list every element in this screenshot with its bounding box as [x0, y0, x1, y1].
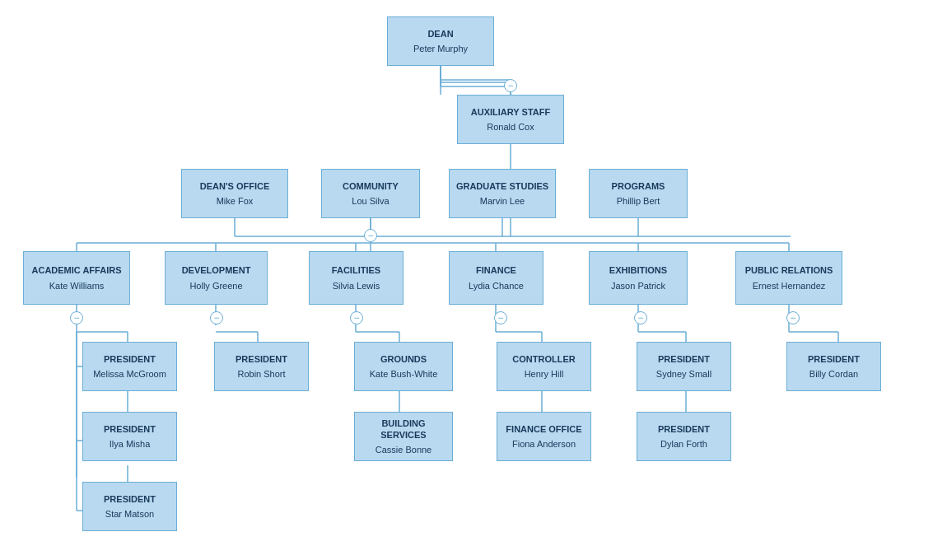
facilities-role: FACILITIES	[332, 264, 380, 276]
building-services-node: BUILDING SERVICES Cassie Bonne	[354, 412, 453, 461]
president-dylan-role: PRESIDENT	[658, 423, 710, 435]
finance-node: FINANCE Lydia Chance	[449, 251, 543, 305]
building-services-name: Cassie Bonne	[376, 444, 432, 455]
collapse-btn-3[interactable]: −	[70, 311, 83, 324]
president-melissa-role: PRESIDENT	[104, 353, 156, 365]
graduate-node: GRADUATE STUDIES Marvin Lee	[449, 169, 556, 218]
president-sydney-name: Sydney Small	[656, 368, 711, 380]
president-dylan-name: Dylan Forth	[660, 438, 707, 450]
community-name: Lou Silva	[352, 195, 389, 207]
president-melissa-name: Melissa McGroom	[93, 368, 166, 380]
programs-node: PROGRAMS Phillip Bert	[589, 169, 688, 218]
exhibitions-name: Jason Patrick	[611, 280, 665, 292]
academic-affairs-role: ACADEMIC AFFAIRS	[32, 264, 122, 276]
public-relations-name: Ernest Hernandez	[753, 280, 826, 292]
org-chart: DEAN Peter Murphy AUXILIARY STAFF Ronald…	[0, 0, 933, 49]
president-billy-node: PRESIDENT Billy Cordan	[786, 342, 881, 391]
deans-office-node: DEAN'S OFFICE Mike Fox	[181, 169, 288, 218]
controller-name: Henry Hill	[525, 368, 564, 380]
exhibitions-role: EXHIBITIONS	[609, 264, 667, 276]
community-role: COMMUNITY	[343, 180, 399, 192]
academic-affairs-name: Kate Williams	[49, 280, 105, 292]
collapse-btn-5[interactable]: −	[350, 311, 363, 324]
programs-role: PROGRAMS	[612, 180, 665, 192]
collapse-btn-4[interactable]: −	[210, 311, 223, 324]
graduate-name: Marvin Lee	[480, 195, 525, 207]
president-dylan-node: PRESIDENT Dylan Forth	[637, 412, 731, 461]
collapse-btn-1[interactable]: −	[504, 79, 517, 92]
collapse-btn-2[interactable]: −	[364, 229, 377, 242]
president-star-role: PRESIDENT	[104, 493, 156, 505]
auxiliary-name: Ronald Cox	[487, 121, 534, 133]
finance-role: FINANCE	[476, 264, 516, 276]
auxiliary-node: AUXILIARY STAFF Ronald Cox	[457, 95, 564, 144]
grounds-role: GROUNDS	[380, 353, 427, 365]
graduate-role: GRADUATE STUDIES	[456, 180, 548, 192]
collapse-btn-8[interactable]: −	[786, 311, 800, 324]
facilities-node: FACILITIES Silvia Lewis	[309, 251, 404, 305]
finance-office-name: Fiona Anderson	[512, 438, 576, 450]
public-relations-node: PUBLIC RELATIONS Ernest Hernandez	[735, 251, 842, 305]
president-billy-name: Billy Cordan	[809, 368, 858, 380]
finance-name: Lydia Chance	[469, 280, 524, 292]
president-melissa-node: PRESIDENT Melissa McGroom	[82, 342, 177, 391]
facilities-name: Silvia Lewis	[333, 280, 380, 292]
building-services-role: BUILDING SERVICES	[360, 418, 447, 441]
dean-node: DEAN Peter Murphy	[387, 16, 494, 66]
president-robin-node: PRESIDENT Robin Short	[214, 342, 309, 391]
deans-office-role: DEAN'S OFFICE	[200, 180, 270, 192]
president-star-node: PRESIDENT Star Matson	[82, 482, 177, 531]
programs-name: Phillip Bert	[617, 195, 660, 207]
academic-affairs-node: ACADEMIC AFFAIRS Kate Williams	[23, 251, 130, 305]
community-node: COMMUNITY Lou Silva	[321, 169, 420, 218]
development-name: Holly Greene	[189, 280, 242, 292]
controller-node: CONTROLLER Henry Hill	[497, 342, 591, 391]
auxiliary-role: AUXILIARY STAFF	[471, 106, 550, 118]
president-billy-role: PRESIDENT	[808, 353, 860, 365]
finance-office-node: FINANCE OFFICE Fiona Anderson	[497, 412, 591, 461]
development-role: DEVELOPMENT	[182, 264, 251, 276]
public-relations-role: PUBLIC RELATIONS	[745, 264, 833, 276]
collapse-btn-6[interactable]: −	[494, 311, 507, 324]
president-ilya-node: PRESIDENT Ilya Misha	[82, 412, 177, 461]
grounds-node: GROUNDS Kate Bush-White	[354, 342, 453, 391]
deans-office-name: Mike Fox	[217, 195, 254, 207]
president-robin-name: Robin Short	[237, 368, 285, 380]
dean-name: Peter Murphy	[413, 43, 468, 54]
controller-role: CONTROLLER	[512, 353, 575, 365]
development-node: DEVELOPMENT Holly Greene	[165, 251, 268, 305]
collapse-btn-7[interactable]: −	[634, 311, 647, 324]
president-star-name: Star Matson	[105, 508, 154, 520]
finance-office-role: FINANCE OFFICE	[506, 423, 581, 435]
president-ilya-name: Ilya Misha	[110, 438, 151, 450]
dean-role: DEAN	[427, 28, 453, 40]
president-robin-role: PRESIDENT	[236, 353, 287, 365]
president-sydney-node: PRESIDENT Sydney Small	[637, 342, 731, 391]
president-sydney-role: PRESIDENT	[658, 353, 710, 365]
grounds-name: Kate Bush-White	[370, 368, 438, 380]
exhibitions-node: EXHIBITIONS Jason Patrick	[589, 251, 688, 305]
president-ilya-role: PRESIDENT	[104, 423, 156, 435]
